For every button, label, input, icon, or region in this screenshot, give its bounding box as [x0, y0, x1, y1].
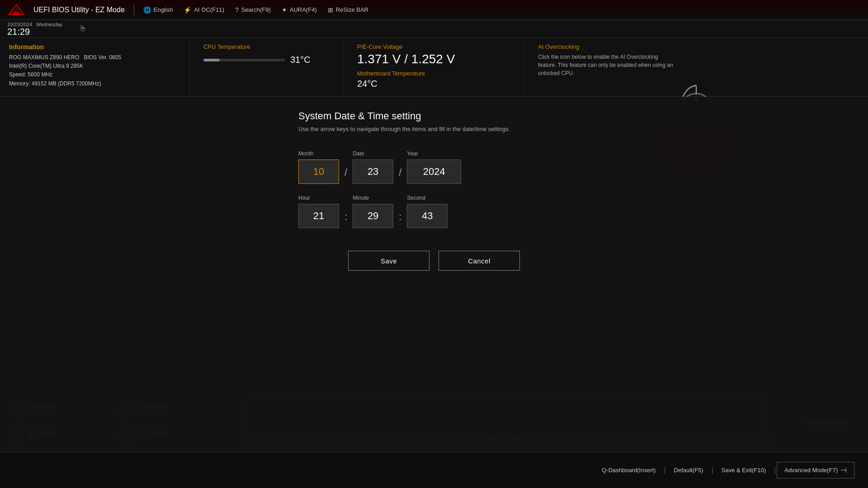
q-dashboard-button[interactable]: Q-Dashboard(Insert) [594, 463, 663, 477]
top-panel: Information ROG MAXIMUS Z890 HERO BIOS V… [0, 38, 868, 97]
mb-temp-value: 24°C [357, 79, 510, 89]
cpu-line: Intel(R) Core(TM) Ultra 9 285K [9, 62, 180, 70]
memory-line: Memory: 49152 MB (DDR5 7200MHz) [9, 80, 180, 88]
time-sep-1: : [339, 211, 353, 228]
month-input[interactable] [298, 160, 339, 184]
nav-language[interactable]: 🌐 English [143, 6, 173, 14]
nav-search[interactable]: ? Search(F9) [235, 6, 271, 14]
globe-icon: 🌐 [143, 6, 151, 14]
hour-label: Hour [298, 195, 339, 201]
year-input[interactable] [407, 160, 461, 184]
nav-aura[interactable]: ✦ AURA(F4) [282, 6, 317, 14]
footer-sep-2: | [712, 466, 713, 474]
date-input[interactable] [353, 160, 393, 184]
bios-title: UEFI BIOS Utility - EZ Mode [33, 6, 125, 14]
date-field-group: Date [353, 150, 393, 184]
time-row: Hour : Minute : Second [298, 195, 570, 228]
logo-area: UEFI BIOS Utility - EZ Mode [7, 3, 125, 17]
default-button[interactable]: Default(F5) [667, 463, 711, 477]
datetime-block: 10/23/2024 Wednesday 21:29 [7, 22, 62, 36]
year-label: Year [407, 150, 461, 157]
svg-point-2 [15, 9, 18, 12]
cpu-temp-label: CPU Temperature [203, 43, 330, 50]
advanced-mode-label: Advanced Mode(F7) [784, 467, 838, 474]
header-divider [134, 5, 134, 15]
time-display: 21:29 [7, 27, 30, 36]
month-label: Month [298, 150, 339, 157]
resize-icon: ⊞ [328, 6, 333, 14]
rog-logo-icon [7, 3, 25, 17]
footer-sep-3: | [774, 466, 776, 474]
ai-desc: Click the icon below to enable the AI Ov… [538, 53, 674, 77]
month-field-group: Month [298, 150, 339, 184]
ai-icon: ⚡ [184, 6, 191, 14]
advanced-mode-button[interactable]: Advanced Mode(F7) ⊣ [777, 462, 854, 479]
nav-ai-oc[interactable]: ⚡ AI OC(F11) [184, 6, 224, 14]
advanced-mode-icon: ⊣ [840, 466, 847, 474]
motherboard-name: ROG MAXIMUS Z890 HERO [9, 54, 79, 61]
hour-input[interactable] [298, 204, 339, 228]
minute-label: Minute [353, 195, 393, 201]
header-nav: 🌐 English ⚡ AI OC(F11) ? Search(F9) ✦ AU… [143, 6, 861, 14]
date-row: Month / Date / Year [298, 150, 570, 184]
bios-ver: BIOS Ver. 0805 [84, 54, 121, 61]
cpu-temp-section: CPU Temperature 31°C [190, 38, 344, 96]
date-label: Date [353, 150, 393, 157]
nav-language-label: English [154, 6, 173, 13]
nav-resize-bar[interactable]: ⊞ ReSize BAR [328, 6, 368, 14]
year-field-group: Year [407, 150, 461, 184]
temp-bar-fill [203, 59, 220, 61]
speed-line: Speed: 5600 MHz [9, 70, 180, 79]
hour-field-group: Hour [298, 195, 339, 228]
date-time-grid: Month / Date / Year Hour [298, 150, 570, 228]
aura-icon: ✦ [282, 6, 287, 14]
temp-bar [203, 59, 285, 61]
temp-bar-container: 31°C [203, 55, 330, 65]
minute-field-group: Minute [353, 195, 393, 228]
mouse-icon: 🖱 [79, 24, 87, 33]
nav-ai-oc-label: AI OC(F11) [194, 6, 224, 13]
second-field-group: Second [407, 195, 448, 228]
date-display: 10/23/2024 Wednesday [7, 22, 62, 27]
footer: Q-Dashboard(Insert) | Default(F5) | Save… [0, 452, 868, 488]
date-sep-2: / [393, 167, 407, 184]
header-bar: UEFI BIOS Utility - EZ Mode 🌐 English ⚡ … [0, 0, 868, 20]
voltage-title: P/E-Core Voltage [357, 43, 510, 50]
cpu-temp-value: 31°C [290, 55, 311, 65]
nav-aura-label: AURA(F4) [290, 6, 317, 13]
voltage-value: 1.371 V / 1.252 V [357, 52, 510, 66]
time-sep-2: : [393, 211, 407, 228]
ai-overclocking-section: AI Overclocking Click the icon below to … [524, 38, 868, 96]
motherboard-line: ROG MAXIMUS Z890 HERO BIOS Ver. 0805 [9, 53, 180, 62]
ai-title: AI Overclocking [538, 43, 854, 50]
save-button[interactable]: Save [348, 251, 429, 271]
save-exit-button[interactable]: Save & Exit(F10) [714, 463, 773, 477]
nav-resize-bar-label: ReSize BAR [336, 6, 368, 13]
info-section: Information ROG MAXIMUS Z890 HERO BIOS V… [0, 38, 190, 96]
modal-buttons: Save Cancel [298, 251, 570, 271]
modal-desc: Use the arrow keys to navigate through t… [298, 126, 570, 132]
date-time-modal: System Date & Time setting Use the arrow… [0, 97, 868, 452]
nav-search-label: Search(F9) [241, 6, 271, 13]
modal-title: System Date & Time setting [298, 110, 570, 122]
info-bar: 10/23/2024 Wednesday 21:29 🖱 [0, 20, 868, 38]
second-input[interactable] [407, 204, 448, 228]
mb-temp-label: Motherboard Temperature [357, 70, 510, 77]
minute-input[interactable] [353, 204, 393, 228]
modal-content: System Date & Time setting Use the arrow… [298, 110, 570, 271]
cancel-button[interactable]: Cancel [439, 251, 520, 271]
voltage-section: P/E-Core Voltage 1.371 V / 1.252 V Mothe… [344, 38, 524, 96]
info-section-title: Information [9, 43, 180, 51]
footer-sep-1: | [664, 466, 665, 474]
second-label: Second [407, 195, 448, 201]
search-icon: ? [235, 6, 239, 14]
date-sep-1: / [339, 167, 353, 184]
